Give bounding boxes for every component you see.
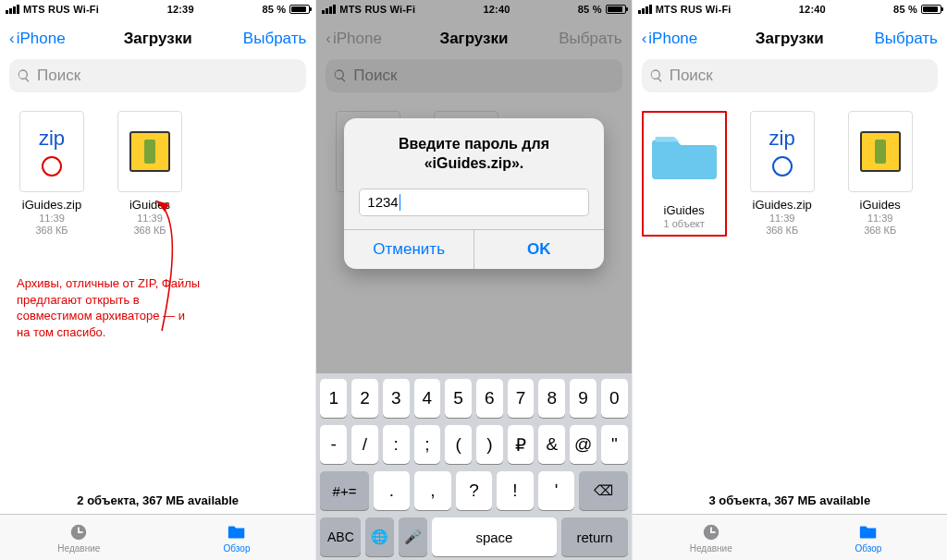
key[interactable]: 0 [601, 379, 628, 418]
key[interactable]: " [601, 425, 628, 464]
tab-browse[interactable]: Обзор [790, 515, 947, 560]
key[interactable]: 7 [508, 379, 535, 418]
file-time: 11:39 [867, 213, 893, 224]
signal-icon [6, 5, 19, 14]
clock-icon [67, 522, 91, 542]
battery-icon [921, 5, 941, 14]
battery-pct: 85 % [893, 4, 917, 15]
status-bar: MTS RUS Wi-Fi 12:40 85 % [633, 0, 947, 18]
key-globe[interactable]: 🌐 [365, 517, 394, 556]
key[interactable]: 4 [414, 379, 441, 418]
file-name: iGuides [129, 198, 170, 212]
clock: 12:39 [167, 4, 194, 15]
key-return[interactable]: return [561, 517, 627, 556]
clock: 12:40 [799, 4, 826, 15]
key-symbols[interactable]: #+= [320, 471, 368, 510]
signal-icon [638, 5, 652, 14]
cancel-button[interactable]: Отменить [344, 230, 474, 269]
tab-label: Обзор [224, 543, 251, 554]
screen-2: MTS RUS Wi-Fi 12:40 85 % ‹iPhone Загрузк… [315, 0, 631, 560]
file-meta: 1 объект [664, 218, 705, 230]
folder-icon [856, 522, 880, 542]
battery-icon [289, 5, 310, 14]
annotation-text: Архивы, отличные от ZIP, Файлы предлагаю… [17, 275, 202, 340]
file-item-archive[interactable]: iGuides 11:39368 КБ [107, 111, 192, 237]
svg-rect-5 [710, 531, 716, 533]
key[interactable]: / [351, 425, 378, 464]
key[interactable]: ; [414, 425, 441, 464]
search-placeholder: Поиск [670, 67, 713, 85]
file-item-zip[interactable]: zip iGuides.zip 11:39368 КБ [740, 111, 825, 237]
key[interactable]: ( [445, 425, 472, 464]
nav-bar: ‹iPhone Загрузки Выбрать [633, 18, 947, 59]
archive-icon [117, 111, 182, 192]
zip-icon: zip [750, 111, 815, 192]
key[interactable]: ! [497, 471, 534, 510]
key[interactable]: ' [538, 471, 575, 510]
file-name: iGuides [664, 203, 705, 217]
file-time: 11:39 [769, 213, 795, 224]
clock-icon [699, 522, 723, 542]
tab-recent[interactable]: Недавние [633, 515, 790, 560]
alert-title: Введите пароль для «iGuides.zip». [344, 118, 603, 183]
keyboard: 1234567890 -/:;()₽&@" #+= .,?!' ⌫ ABC 🌐 … [316, 373, 631, 560]
key-space[interactable]: space [432, 517, 558, 556]
key[interactable]: 3 [383, 379, 410, 418]
key[interactable]: ) [476, 425, 503, 464]
file-time: 11:39 [39, 213, 65, 224]
file-item-folder[interactable]: iGuides 1 объект [642, 111, 727, 237]
search-icon [17, 68, 31, 83]
footer-summary: 2 объекта, 367 МБ available [0, 486, 315, 514]
search-input[interactable]: Поиск [642, 59, 938, 92]
tab-recent[interactable]: Недавние [0, 515, 158, 560]
search-icon [649, 68, 664, 83]
search-input[interactable]: Поиск [9, 59, 306, 92]
nav-bar: ‹iPhone Загрузки Выбрать [0, 18, 315, 59]
tab-bar: Недавние Обзор [0, 514, 315, 560]
key-mic[interactable]: 🎤 [399, 517, 427, 556]
screen-1: MTS RUS Wi-Fi 12:39 85 % ‹iPhone Загрузк… [0, 0, 315, 560]
key[interactable]: 6 [476, 379, 503, 418]
content-area: iGuides 1 объект zip iGuides.zip 11:3936… [633, 100, 947, 486]
tab-label: Обзор [855, 543, 881, 554]
key[interactable]: @ [570, 425, 596, 464]
tab-label: Недавние [690, 543, 732, 554]
search-placeholder: Поиск [37, 67, 80, 85]
carrier-label: MTS RUS Wi-Fi [656, 4, 732, 15]
file-name: iGuides.zip [753, 198, 812, 212]
password-input[interactable]: 1234 [359, 189, 588, 216]
key[interactable]: ? [456, 471, 493, 510]
file-size: 368 КБ [864, 225, 896, 236]
file-item-zip[interactable]: zip iGuides.zip 11:39368 КБ [9, 111, 94, 237]
key[interactable]: , [414, 471, 451, 510]
file-size: 368 КБ [133, 225, 166, 236]
archive-icon [848, 111, 913, 192]
svg-rect-2 [78, 531, 83, 533]
carrier-label: MTS RUS Wi-Fi [23, 4, 99, 15]
key[interactable]: 5 [445, 379, 472, 418]
file-name: iGuides.zip [22, 198, 81, 212]
screen-3: MTS RUS Wi-Fi 12:40 85 % ‹iPhone Загрузк… [632, 0, 947, 560]
key[interactable]: 8 [538, 379, 565, 418]
key-abc[interactable]: ABC [320, 517, 361, 556]
key[interactable]: - [320, 425, 347, 464]
key[interactable]: ₽ [508, 425, 535, 464]
key-backspace[interactable]: ⌫ [579, 471, 627, 510]
key[interactable]: . [374, 471, 411, 510]
tab-label: Недавние [57, 543, 100, 554]
file-size: 368 КБ [766, 225, 798, 236]
tab-browse[interactable]: Обзор [158, 515, 316, 560]
key[interactable]: 1 [320, 379, 347, 418]
key[interactable]: & [538, 425, 565, 464]
file-size: 368 КБ [35, 225, 68, 236]
ok-button[interactable]: OK [474, 230, 604, 269]
key[interactable]: 9 [570, 379, 596, 418]
content-area: zip iGuides.zip 11:39368 КБ iGuides 11:3… [0, 100, 315, 486]
tab-bar: Недавние Обзор [633, 514, 947, 560]
key[interactable]: 2 [351, 379, 378, 418]
key[interactable]: : [383, 425, 410, 464]
file-item-archive[interactable]: iGuides 11:39368 КБ [838, 111, 923, 237]
file-time: 11:39 [137, 213, 163, 224]
password-value: 1234 [367, 194, 398, 210]
file-name: iGuides [860, 198, 901, 212]
